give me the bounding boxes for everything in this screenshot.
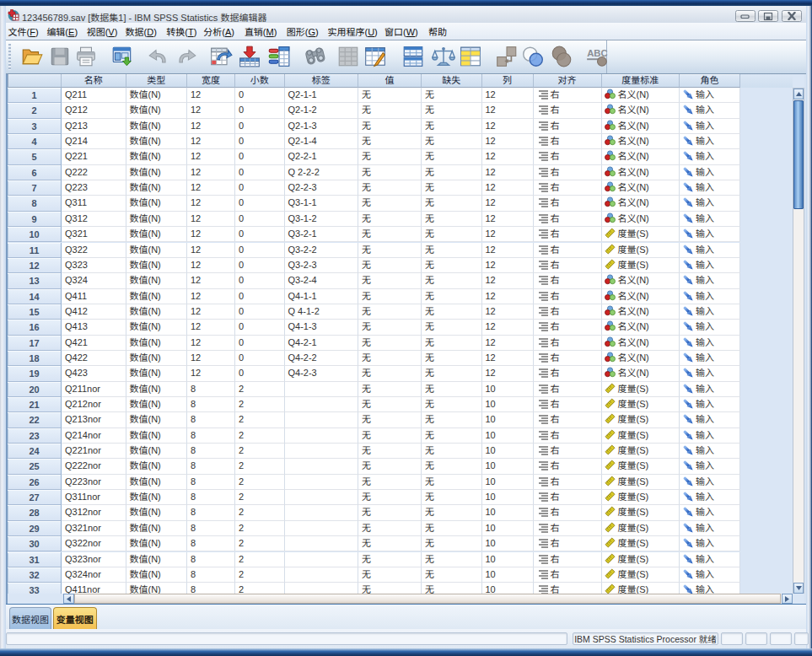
svg-text:ABC: ABC [587, 48, 607, 58]
